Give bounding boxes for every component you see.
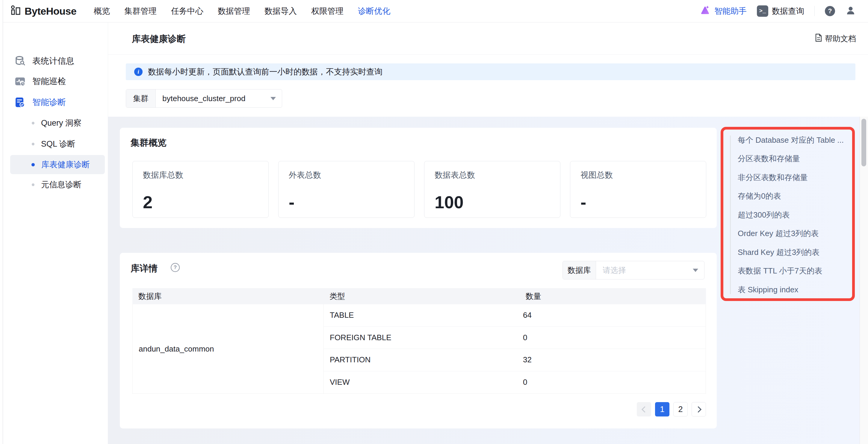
top-nav: 概览 集群管理 任务中心 数据管理 数据导入 权限管理 诊断优化	[94, 6, 390, 16]
anchor-item-database-table[interactable]: 每个 Database 对应的 Table ...	[730, 131, 859, 149]
pagination-page-1[interactable]: 1	[655, 402, 670, 416]
stat-value: 100	[435, 194, 464, 211]
data-query-button[interactable]: >_ 数据查询	[757, 5, 804, 17]
scrollbar-track[interactable]	[860, 117, 868, 444]
data-query-label: 数据查询	[772, 6, 804, 16]
sidebar-item-label: 表统计信息	[32, 55, 74, 67]
database-select[interactable]: 数据库 请选择	[562, 261, 705, 279]
table-header-row: 数据库 类型 数量	[132, 288, 706, 304]
type-cell: TABLE	[324, 311, 520, 320]
nav-diagnosis-optimization[interactable]: 诊断优化	[358, 6, 390, 16]
database-select-placeholder: 请选择	[596, 265, 693, 276]
stat-label: 数据库总数	[143, 170, 183, 180]
bullet-icon	[32, 122, 34, 125]
ai-assistant-button[interactable]: 智能助手	[700, 5, 747, 18]
help-doc-label: 帮助文档	[825, 34, 856, 44]
sidebar-item-label: 智能诊断	[32, 97, 66, 108]
table-body: andun_data_common TABLE 64 FOREIGN TABLE…	[132, 304, 706, 394]
sidebar-subitem-meta-info-diagnosis[interactable]: 元信息诊断	[3, 179, 108, 191]
stat-label: 数据表总数	[435, 170, 475, 180]
cluster-select[interactable]: 集群 bytehouse_cluster_prod	[126, 89, 282, 108]
anchor-item-shard-key[interactable]: Shard Key 超过3列的表	[730, 243, 859, 262]
stat-card-foreign-tables: 外表总数 -	[278, 161, 414, 218]
count-cell: 64	[520, 311, 532, 320]
type-cell: VIEW	[324, 378, 520, 387]
stat-label: 视图总数	[581, 170, 613, 180]
sidebar-item-label: 智能巡检	[32, 76, 66, 87]
sidebar-item-smart-diagnosis[interactable]: 智能诊断	[3, 96, 108, 109]
cluster-overview-title: 集群概览	[131, 137, 166, 149]
pagination-page-2[interactable]: 2	[673, 402, 688, 416]
stat-label: 外表总数	[289, 170, 321, 180]
count-cell: 32	[520, 355, 532, 365]
bytehouse-logo-icon	[10, 5, 22, 18]
table-rows: TABLE 64 FOREIGN TABLE 0 PARTITION 32 VI…	[324, 304, 706, 394]
sidebar-subitem-label: 元信息诊断	[41, 179, 82, 190]
stat-value: -	[289, 194, 294, 211]
anchor-rail	[730, 136, 731, 294]
page-title-row: 库表健康诊断 帮助文档	[108, 22, 868, 55]
nav-task-center[interactable]: 任务中心	[171, 6, 204, 16]
sidebar-item-smart-inspection[interactable]: 智能巡检	[3, 75, 108, 88]
page-title: 库表健康诊断	[132, 33, 186, 45]
bullet-icon	[31, 163, 35, 166]
db-detail-card: 库详情 ? 数据库 请选择 数据库 类型 数量 andun_data_commo…	[120, 253, 717, 429]
smart-diagnosis-icon	[14, 97, 26, 108]
nav-overview[interactable]: 概览	[94, 6, 110, 16]
topbar-divider	[814, 6, 815, 16]
sidebar: 表统计信息 智能巡检 智能诊断 Query 洞察 SQ	[3, 22, 108, 444]
sidebar-item-table-stats[interactable]: 表统计信息	[3, 55, 108, 68]
anchor-item-zero-storage-tables[interactable]: 存储为0的表	[730, 187, 859, 206]
chevron-down-icon	[693, 269, 698, 272]
count-cell: 0	[520, 378, 527, 387]
nav-data-import[interactable]: 数据导入	[265, 6, 297, 16]
column-header-count: 数量	[520, 291, 706, 302]
stat-value: 2	[143, 194, 152, 211]
sidebar-subitem-label: Query 洞察	[41, 117, 82, 128]
document-icon	[815, 34, 823, 44]
info-banner-text: 数据每小时更新，页面默认查询前一小时的数据，不支持实时查询	[148, 66, 382, 77]
type-cell: PARTITION	[324, 355, 520, 365]
pagination-next-button[interactable]	[691, 402, 706, 416]
topbar-actions: 智能助手 >_ 数据查询 ?	[700, 0, 856, 22]
user-avatar[interactable]	[845, 5, 856, 17]
nav-cluster-management[interactable]: 集群管理	[124, 6, 157, 16]
anchor-item-order-key[interactable]: Order Key 超过3列的表	[730, 225, 859, 243]
bullet-icon	[32, 143, 34, 145]
nav-permission-management[interactable]: 权限管理	[311, 6, 344, 16]
cluster-select-value: bytehouse_cluster_prod	[156, 94, 271, 103]
nav-data-management[interactable]: 数据管理	[218, 6, 250, 16]
database-select-label: 数据库	[563, 261, 596, 279]
scrollbar-thumb[interactable]	[861, 119, 866, 166]
sidebar-subitem-label: 库表健康诊断	[41, 159, 90, 170]
pagination-prev-button[interactable]	[637, 402, 651, 416]
anchor-item-ttl[interactable]: 表数据 TTL 小于7天的表	[730, 262, 859, 281]
sidebar-subitem-table-health-diagnosis[interactable]: 库表健康诊断	[3, 159, 108, 171]
anchor-item-partitioned-tables[interactable]: 分区表数和存储量	[730, 149, 859, 168]
table-row: PARTITION 32	[324, 349, 706, 371]
db-detail-table: 数据库 类型 数量 andun_data_common TABLE 64 FOR…	[132, 288, 706, 394]
stat-value: -	[581, 194, 586, 211]
bytehouse-logo[interactable]: ByteHouse	[10, 5, 76, 18]
anchor-item-over-300-columns[interactable]: 超过300列的表	[730, 206, 859, 225]
help-doc-link[interactable]: 帮助文档	[815, 34, 856, 44]
chevron-right-icon	[695, 406, 701, 412]
sidebar-subitem-sql-diagnosis[interactable]: SQL 诊断	[3, 138, 108, 150]
anchor-nav: 每个 Database 对应的 Table ... 分区表数和存储量 非分区表数…	[730, 131, 859, 299]
info-banner: i 数据每小时更新，页面默认查询前一小时的数据，不支持实时查询	[126, 63, 856, 80]
table-row: TABLE 64	[324, 304, 706, 327]
bullet-icon	[32, 183, 34, 186]
window-edge-strip	[0, 0, 3, 444]
anchor-item-skipping-index[interactable]: 表 Skipping index	[730, 280, 859, 299]
sidebar-subitem-query-insight[interactable]: Query 洞察	[3, 117, 108, 129]
sidebar-subitem-label: SQL 诊断	[41, 139, 75, 149]
stat-card-views: 视图总数 -	[570, 161, 706, 218]
anchor-item-non-partitioned-tables[interactable]: 非分区表数和存储量	[730, 168, 859, 187]
type-cell: FOREIGN TABLE	[324, 333, 520, 342]
db-detail-title: 库详情	[131, 262, 158, 275]
help-icon[interactable]: ?	[825, 6, 835, 16]
cluster-select-label: 集群	[126, 90, 156, 107]
question-circle-icon[interactable]: ?	[171, 263, 180, 272]
ai-assistant-icon	[700, 5, 711, 18]
chevron-left-icon	[641, 406, 648, 412]
